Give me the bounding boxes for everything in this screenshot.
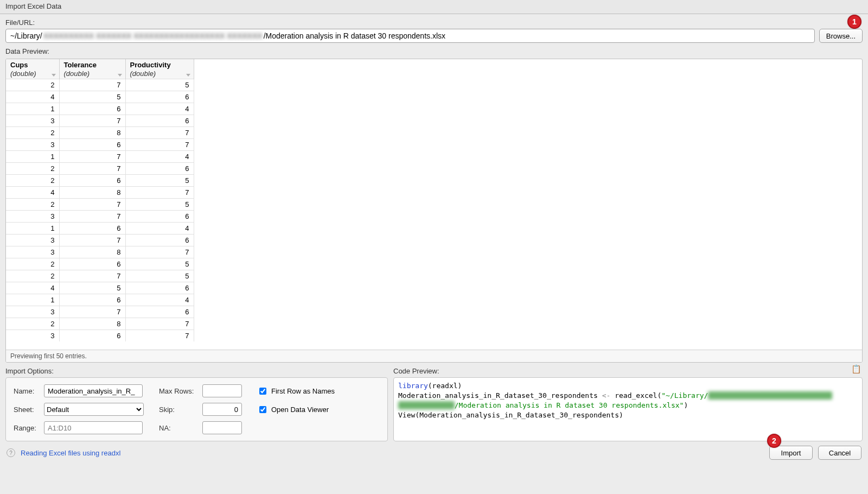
help-icon[interactable]: ? (7, 448, 15, 457)
table-cell: 6 (125, 91, 194, 103)
sheet-select[interactable]: Default (44, 403, 144, 416)
table-row: 275 (6, 270, 194, 282)
first-row-checkbox[interactable] (259, 388, 266, 395)
table-cell: 7 (59, 306, 125, 318)
table-cell: 5 (125, 270, 194, 282)
table-cell: 2 (6, 318, 59, 330)
import-options-panel: Name: Sheet: Default Range: Max Rows: (5, 377, 388, 441)
table-row: 275 (6, 79, 194, 91)
table-cell: 6 (59, 294, 125, 306)
table-row: 487 (6, 186, 194, 198)
table-cell: 8 (59, 318, 125, 330)
table-cell: 6 (125, 162, 194, 174)
table-cell: 4 (6, 186, 59, 198)
table-cell: 4 (125, 103, 194, 115)
table-row: 387 (6, 246, 194, 258)
table-cell: 3 (6, 234, 59, 246)
table-cell: 5 (59, 282, 125, 294)
table-cell: 4 (6, 91, 59, 103)
chevron-down-icon[interactable] (118, 74, 122, 77)
table-cell: 3 (6, 210, 59, 222)
skip-label: Skip: (159, 406, 198, 414)
data-preview-label: Data Preview: (5, 47, 863, 55)
table-cell: 7 (59, 234, 125, 246)
table-row: 376 (6, 234, 194, 246)
column-header-tolerance[interactable]: Tolerance(double) (59, 59, 125, 79)
table-row: 456 (6, 91, 194, 103)
table-cell: 6 (59, 103, 125, 115)
table-cell: 7 (125, 330, 194, 341)
table-cell: 4 (6, 282, 59, 294)
table-row: 287 (6, 126, 194, 138)
table-row: 164 (6, 222, 194, 234)
table-cell: 5 (125, 198, 194, 210)
table-row: 265 (6, 258, 194, 270)
table-cell: 1 (6, 103, 59, 115)
table-cell: 6 (59, 258, 125, 270)
range-label: Range: (14, 424, 40, 432)
table-cell: 5 (125, 79, 194, 91)
table-row: 376 (6, 306, 194, 318)
file-path-suffix: /Moderation analysis in R dataset 30 res… (264, 29, 445, 42)
help-link[interactable]: Reading Excel files using readxl (21, 449, 120, 457)
table-row: 275 (6, 198, 194, 210)
table-cell: 7 (59, 115, 125, 126)
chevron-down-icon[interactable] (186, 74, 190, 77)
table-cell: 6 (59, 330, 125, 341)
open-viewer-checkbox[interactable] (259, 406, 266, 413)
import-button[interactable]: Import (769, 446, 813, 460)
name-input[interactable] (44, 384, 143, 397)
table-cell: 6 (59, 138, 125, 150)
table-row: 164 (6, 103, 194, 115)
table-cell: 7 (125, 246, 194, 258)
table-cell: 6 (125, 210, 194, 222)
table-cell: 2 (6, 198, 59, 210)
clipboard-icon[interactable]: 📋 (851, 364, 861, 374)
table-row: 174 (6, 150, 194, 162)
table-cell: 6 (125, 234, 194, 246)
maxrows-label: Max Rows: (159, 387, 198, 395)
file-path-prefix: ~/Library/ (10, 29, 42, 42)
table-cell: 8 (59, 126, 125, 138)
browse-button[interactable]: Browse... (819, 29, 863, 43)
name-label: Name: (14, 387, 40, 395)
table-cell: 1 (6, 294, 59, 306)
table-cell: 3 (6, 138, 59, 150)
table-row: 287 (6, 318, 194, 330)
table-cell: 7 (59, 150, 125, 162)
table-row: 367 (6, 138, 194, 150)
code-preview[interactable]: library(readxl) Moderation_analysis_in_R… (393, 377, 863, 441)
data-preview-table-container: Cups(double)Tolerance(double)Productivit… (5, 59, 863, 363)
table-cell: 2 (6, 174, 59, 186)
table-cell: 7 (59, 198, 125, 210)
code-preview-label: Code Preview: (393, 367, 863, 375)
annotation-callout-1: 1 (847, 15, 861, 29)
table-cell: 6 (59, 174, 125, 186)
table-cell: 6 (125, 306, 194, 318)
table-cell: 8 (59, 246, 125, 258)
skip-input[interactable] (202, 403, 242, 416)
table-cell: 4 (125, 150, 194, 162)
column-header-cups[interactable]: Cups(double) (6, 59, 59, 79)
table-row: 276 (6, 162, 194, 174)
table-cell: 1 (6, 150, 59, 162)
table-cell: 5 (125, 174, 194, 186)
dialog-title: Import Excel Data (0, 0, 868, 14)
table-cell: 4 (125, 222, 194, 234)
table-cell: 2 (6, 126, 59, 138)
column-header-productivity[interactable]: Productivity(double) (125, 59, 194, 79)
table-cell: 2 (6, 258, 59, 270)
table-cell: 2 (6, 270, 59, 282)
table-row: 376 (6, 115, 194, 126)
table-cell: 3 (6, 115, 59, 126)
file-url-input[interactable]: ~/Library/XXXXXXXXXX XXXXXXX XXXXXXXXXXX… (5, 29, 815, 43)
maxrows-input[interactable] (202, 384, 242, 397)
table-cell: 7 (59, 162, 125, 174)
range-input[interactable] (44, 421, 143, 434)
cancel-button[interactable]: Cancel (818, 446, 861, 460)
na-input[interactable] (202, 421, 242, 434)
import-options-label: Import Options: (5, 367, 388, 375)
table-cell: 6 (125, 282, 194, 294)
chevron-down-icon[interactable] (52, 74, 56, 77)
sheet-label: Sheet: (14, 406, 40, 414)
